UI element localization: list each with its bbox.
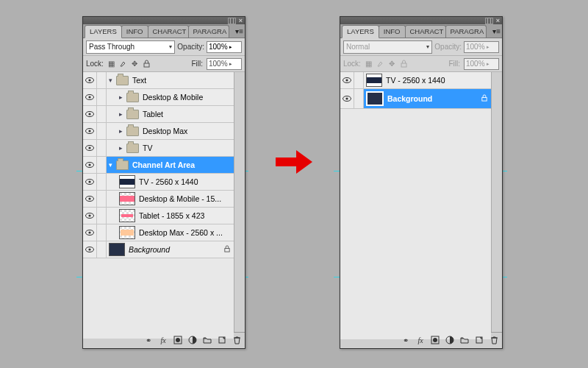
layer-group-tv[interactable]: ▸ TV [83, 140, 234, 157]
visibility-icon[interactable] [85, 162, 94, 168]
panel-tabs: LAYERS INFO CHARACT PARAGRA ▾≡ [340, 24, 502, 38]
opacity-input: 100% ▸ [464, 41, 499, 53]
visibility-icon[interactable] [85, 230, 94, 236]
opacity-label: Opacity: [434, 43, 462, 51]
disclosure-open-icon[interactable]: ▾ [107, 161, 114, 169]
lock-brush-icon [376, 60, 384, 68]
opacity-label: Opacity: [177, 43, 204, 51]
lock-all-icon [400, 60, 408, 68]
arrow-right-icon [272, 147, 316, 178]
fx-icon[interactable]: fx [158, 335, 168, 345]
lock-transparent-icon[interactable]: ▦ [107, 60, 115, 68]
svg-point-20 [88, 231, 90, 233]
layer-mask-icon[interactable] [173, 335, 183, 345]
visibility-icon[interactable] [85, 247, 94, 252]
visibility-icon[interactable] [343, 77, 351, 83]
blend-mode-select[interactable]: Pass Through ▾ [86, 40, 175, 54]
visibility-icon[interactable] [85, 111, 94, 117]
fill-input[interactable]: 100% ▸ [207, 58, 242, 70]
disclosure-open-icon[interactable]: ▾ [107, 77, 114, 84]
layer-desktop-max-size[interactable]: Desktop Max - 2560 x ... [83, 224, 234, 241]
tab-layers[interactable]: LAYERS [85, 25, 122, 38]
link-layers-icon[interactable]: ⚭ [401, 335, 411, 345]
blend-mode-value: Normal [346, 43, 370, 51]
new-layer-icon[interactable] [474, 335, 484, 345]
layer-background[interactable]: Background [340, 89, 491, 109]
svg-rect-0 [144, 63, 149, 67]
tab-character[interactable]: CHARACT [148, 25, 189, 38]
svg-point-30 [345, 79, 348, 81]
fx-icon[interactable]: fx [415, 335, 426, 345]
layer-group-desktop-mobile[interactable]: ▸ Desktop & Mobile [83, 89, 234, 106]
lock-label: Lock: [343, 60, 361, 68]
layer-label: Desktop Max [141, 127, 234, 135]
svg-point-22 [88, 248, 90, 250]
disclosure-closed-icon[interactable]: ▸ [117, 93, 124, 101]
panel-tabs: LAYERS INFO CHARACT PARAGRA ▾≡ [83, 24, 245, 38]
visibility-icon[interactable] [85, 94, 94, 100]
lock-brush-icon[interactable] [119, 60, 127, 68]
adjustment-layer-icon[interactable] [187, 335, 198, 345]
layer-group-desktop-max[interactable]: ▸ Desktop Max [83, 123, 234, 140]
visibility-icon[interactable] [85, 145, 94, 151]
layer-label: Text [131, 76, 234, 85]
layer-label: Tablet [141, 110, 234, 118]
chevron-down-icon: ▾ [426, 43, 429, 50]
scrollbar[interactable] [491, 72, 502, 332]
layer-label: Tablet - 1855 x 423 [137, 211, 234, 220]
disclosure-closed-icon[interactable]: ▸ [117, 110, 124, 118]
disclosure-closed-icon[interactable]: ▸ [117, 144, 124, 152]
new-group-icon[interactable] [459, 335, 470, 345]
link-layers-icon[interactable]: ⚭ [143, 335, 154, 345]
close-icon[interactable]: × [496, 17, 500, 24]
close-icon[interactable]: × [239, 17, 243, 24]
layer-group-tablet[interactable]: ▸ Tablet [83, 106, 234, 123]
tab-paragraph[interactable]: PARAGRA [445, 25, 487, 38]
collapse-icon[interactable] [228, 18, 236, 24]
tab-info[interactable]: INFO [121, 25, 148, 38]
svg-point-12 [88, 163, 90, 166]
visibility-icon[interactable] [85, 179, 94, 185]
folder-icon [126, 110, 139, 119]
svg-point-2 [88, 79, 90, 81]
new-layer-icon[interactable] [217, 335, 227, 345]
svg-point-10 [88, 146, 90, 149]
layer-thumbnail [119, 209, 135, 222]
layer-tv-size[interactable]: TV - 2560 x 1440 [83, 174, 234, 191]
lock-all-icon[interactable] [143, 60, 151, 68]
blend-mode-select[interactable]: Normal ▾ [343, 40, 432, 54]
disclosure-closed-icon[interactable]: ▸ [117, 127, 124, 135]
trash-icon[interactable] [489, 335, 499, 345]
tab-info[interactable]: INFO [379, 25, 406, 38]
layer-list: ▾ Text ▸ Desktop & Mobile ▸ [83, 72, 234, 258]
layer-tablet-size[interactable]: Tablet - 1855 x 423 [83, 208, 234, 224]
opacity-input[interactable]: 100% ▸ [207, 41, 242, 53]
layer-group-text[interactable]: ▾ Text [83, 72, 234, 89]
lock-move-icon: ✥ [388, 60, 396, 68]
blend-mode-value: Pass Through [89, 43, 135, 51]
tab-layers[interactable]: LAYERS [342, 25, 379, 38]
tab-paragraph[interactable]: PARAGRA [188, 25, 229, 38]
panel-titlebar[interactable]: × [83, 17, 245, 24]
visibility-icon[interactable] [85, 128, 94, 134]
layer-tv-size[interactable]: TV - 2560 x 1440 [340, 72, 491, 89]
panel-menu-icon[interactable]: ▾≡ [235, 27, 243, 35]
visibility-icon[interactable] [343, 96, 351, 102]
tab-character[interactable]: CHARACT [405, 25, 446, 38]
layer-group-channel-art[interactable]: ▾ Channel Art Area [83, 157, 234, 174]
scrollbar[interactable] [234, 72, 245, 332]
layer-thumbnail [119, 175, 135, 188]
new-group-icon[interactable] [202, 335, 212, 345]
visibility-icon[interactable] [85, 77, 94, 83]
trash-icon[interactable] [232, 335, 242, 345]
visibility-icon[interactable] [85, 213, 94, 219]
lock-move-icon[interactable]: ✥ [131, 60, 139, 68]
layer-mask-icon[interactable] [430, 335, 440, 345]
panel-menu-icon[interactable]: ▾≡ [492, 27, 501, 35]
layer-desktop-mobile-size[interactable]: Desktop & Mobile - 15... [83, 191, 234, 208]
panel-titlebar[interactable]: × [340, 17, 502, 24]
layer-background[interactable]: Background [83, 241, 234, 258]
visibility-icon[interactable] [85, 196, 94, 202]
adjustment-layer-icon[interactable] [445, 335, 455, 345]
collapse-icon[interactable] [485, 18, 493, 24]
